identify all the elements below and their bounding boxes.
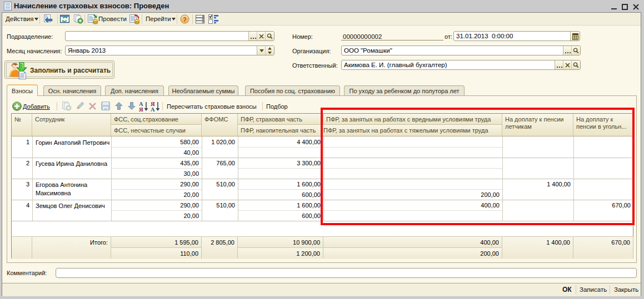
svg-text:?: ?: [183, 16, 187, 23]
svg-text:ок: ок: [104, 107, 107, 110]
svg-text:А: А: [151, 107, 155, 112]
svg-text:Я: Я: [139, 107, 143, 112]
